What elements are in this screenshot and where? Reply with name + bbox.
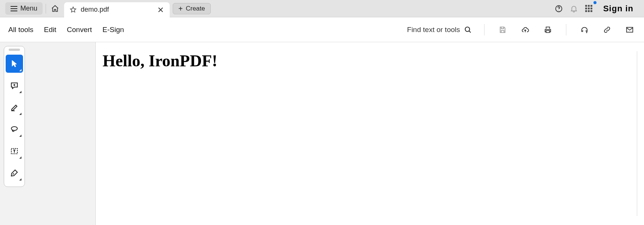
home-button[interactable] — [49, 3, 61, 15]
print-icon — [544, 26, 552, 34]
pdf-page: Hello, IronPDF! — [103, 51, 637, 216]
help-button[interactable] — [553, 3, 565, 15]
cloud-upload-button[interactable] — [519, 24, 531, 36]
draw-tool[interactable] — [6, 120, 23, 138]
document-toolbar: All tools Edit Convert E-Sign Find text … — [0, 17, 644, 42]
separator — [484, 24, 485, 35]
hamburger-icon — [11, 6, 17, 11]
find-placeholder: Find text or tools — [407, 26, 460, 34]
fountain-pen-icon — [10, 168, 19, 178]
separator — [46, 4, 46, 14]
tool-strip — [4, 46, 25, 187]
text-box-icon — [10, 147, 19, 156]
email-button[interactable] — [624, 24, 636, 36]
document-tab[interactable]: demo.pdf — [64, 2, 170, 17]
save-button[interactable] — [497, 24, 509, 36]
headset-plus-icon — [580, 26, 589, 34]
pdf-heading: Hello, IronPDF! — [103, 51, 622, 70]
star-icon — [69, 6, 77, 14]
text-box-tool[interactable] — [6, 142, 23, 160]
menu-button[interactable]: Menu — [5, 2, 43, 15]
toolbar-all-tools[interactable]: All tools — [8, 26, 34, 34]
lasso-icon — [10, 125, 19, 134]
cloud-upload-icon — [521, 26, 529, 34]
find-group[interactable]: Find text or tools — [407, 26, 472, 34]
bell-icon — [570, 5, 578, 13]
search-icon — [464, 26, 472, 34]
create-label: Create — [186, 5, 205, 12]
svg-point-1 — [558, 10, 559, 11]
tab-title: demo.pdf — [81, 6, 152, 14]
notifications-button[interactable] — [568, 3, 580, 15]
left-panel — [0, 42, 96, 225]
notification-dot — [593, 1, 596, 4]
apps-grid-icon — [585, 5, 593, 12]
apps-button[interactable] — [583, 3, 595, 15]
drag-handle[interactable] — [9, 49, 20, 51]
mail-icon — [626, 26, 634, 34]
comment-icon — [10, 81, 19, 90]
menu-label: Menu — [20, 5, 37, 12]
help-icon — [555, 5, 563, 13]
toolbar-esign[interactable]: E-Sign — [103, 26, 124, 34]
document-viewport[interactable]: Hello, IronPDF! — [96, 42, 644, 225]
sign-in-button[interactable]: Sign in — [598, 4, 639, 14]
app-titlebar: Menu demo.pdf + Create Sign in — [0, 0, 644, 17]
home-icon — [51, 5, 59, 13]
workspace: Hello, IronPDF! — [0, 42, 644, 225]
close-icon — [156, 6, 165, 14]
toolbar-edit[interactable]: Edit — [44, 26, 57, 34]
link-button[interactable] — [601, 24, 613, 36]
highlight-tool[interactable] — [6, 98, 23, 116]
save-icon — [498, 26, 507, 34]
plus-icon: + — [178, 5, 183, 12]
sign-tool[interactable] — [6, 164, 23, 182]
svg-point-4 — [11, 127, 17, 130]
separator — [566, 24, 566, 35]
link-icon — [603, 26, 611, 34]
toolbar-convert[interactable]: Convert — [67, 26, 92, 34]
cursor-icon — [10, 59, 19, 68]
comment-tool[interactable] — [6, 77, 23, 95]
tab-close-button[interactable] — [156, 5, 165, 14]
pencil-edge-icon — [10, 103, 19, 112]
select-tool[interactable] — [6, 55, 23, 73]
share-collaborate-button[interactable] — [578, 24, 590, 36]
svg-point-2 — [465, 27, 470, 31]
create-button[interactable]: + Create — [173, 3, 211, 14]
print-button[interactable] — [542, 24, 554, 36]
